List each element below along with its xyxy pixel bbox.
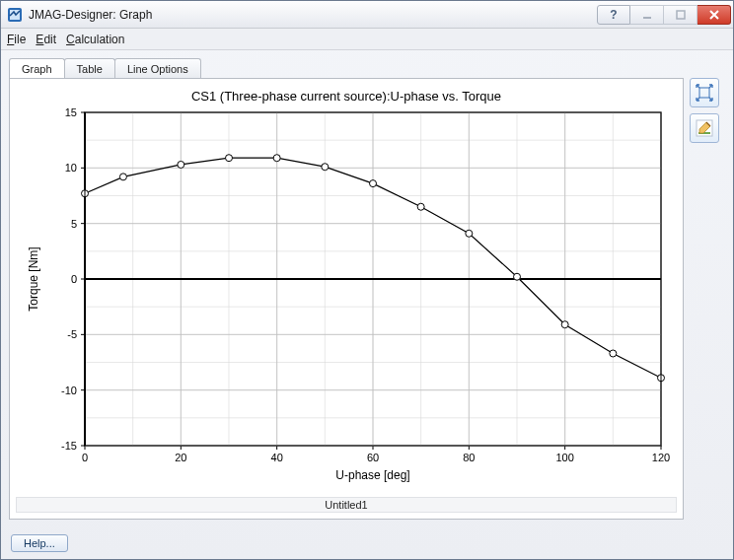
svg-text:CS1 (Three-phase current sourc: CS1 (Three-phase current source):U-phase… — [191, 89, 501, 104]
left-column: Graph Table Line Options CS1 (Three-phas… — [9, 56, 684, 520]
svg-point-84 — [370, 180, 377, 187]
menu-edit[interactable]: Edit — [36, 33, 56, 46]
svg-text:20: 20 — [175, 452, 186, 463]
svg-text:80: 80 — [463, 452, 475, 463]
edit-style-button[interactable] — [690, 113, 719, 143]
minimize-button — [630, 5, 664, 25]
svg-text:0: 0 — [82, 452, 88, 463]
tab-strip: Graph Table Line Options — [9, 56, 684, 78]
svg-point-80 — [178, 161, 184, 168]
help-dialog-button[interactable]: Help... — [11, 534, 68, 552]
svg-text:40: 40 — [271, 452, 283, 463]
close-button[interactable] — [697, 5, 731, 25]
fit-extents-button[interactable] — [690, 78, 719, 107]
svg-text:15: 15 — [65, 106, 77, 118]
legend-bar: Untitled1 — [16, 497, 677, 513]
svg-point-81 — [226, 155, 233, 162]
svg-rect-3 — [677, 11, 685, 19]
title-bar: JMAG-Designer: Graph ? — [1, 1, 733, 29]
svg-point-85 — [417, 203, 424, 210]
tool-column — [690, 56, 725, 520]
tab-graph[interactable]: Graph — [9, 58, 65, 78]
svg-rect-2 — [643, 17, 651, 19]
app-window: JMAG-Designer: Graph ? File Edit Calcula… — [0, 0, 734, 560]
svg-text:-10: -10 — [61, 385, 77, 396]
tab-body: CS1 (Three-phase current source):U-phase… — [9, 78, 684, 520]
svg-point-79 — [119, 174, 126, 180]
svg-text:120: 120 — [652, 452, 670, 463]
svg-text:-15: -15 — [61, 440, 77, 452]
chart: CS1 (Three-phase current source):U-phase… — [16, 85, 677, 491]
legend-label: Untitled1 — [325, 499, 367, 511]
svg-point-83 — [322, 164, 329, 171]
window-title: JMAG-Designer: Graph — [29, 8, 597, 22]
svg-text:10: 10 — [65, 162, 77, 174]
svg-text:100: 100 — [555, 452, 573, 463]
help-button[interactable]: ? — [597, 5, 630, 25]
tab-line-options[interactable]: Line Options — [114, 58, 201, 78]
app-icon — [7, 7, 23, 23]
svg-text:Torque [Nm]: Torque [Nm] — [27, 246, 40, 311]
edit-style-icon — [695, 118, 714, 138]
menu-file[interactable]: File — [7, 33, 26, 46]
svg-point-82 — [273, 155, 280, 162]
maximize-button — [664, 5, 697, 25]
svg-text:0: 0 — [71, 273, 77, 285]
svg-point-86 — [466, 230, 473, 237]
svg-text:-5: -5 — [67, 328, 77, 340]
tab-table[interactable]: Table — [64, 58, 115, 78]
footer: Help... — [1, 527, 733, 559]
svg-point-87 — [514, 273, 521, 280]
content-area: Graph Table Line Options CS1 (Three-phas… — [1, 50, 733, 527]
svg-text:60: 60 — [367, 452, 379, 463]
svg-text:U-phase [deg]: U-phase [deg] — [335, 468, 409, 482]
menu-bar: File Edit Calculation — [1, 29, 733, 50]
svg-rect-92 — [699, 88, 709, 98]
svg-text:5: 5 — [71, 218, 77, 230]
window-controls: ? — [597, 5, 731, 25]
svg-point-89 — [610, 350, 617, 357]
menu-calculation[interactable]: Calculation — [66, 33, 124, 46]
svg-point-88 — [561, 321, 568, 328]
fit-extents-icon — [695, 83, 714, 103]
